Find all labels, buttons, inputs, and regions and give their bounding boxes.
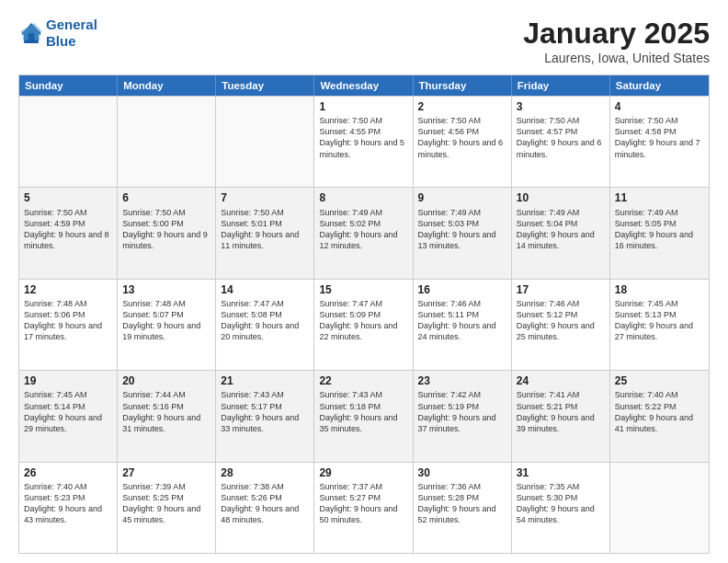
calendar-cell: 18Sunrise: 7:45 AM Sunset: 5:13 PM Dayli… — [610, 280, 709, 370]
calendar-cell: 6Sunrise: 7:50 AM Sunset: 5:00 PM Daylig… — [118, 188, 216, 278]
calendar-cell: 21Sunrise: 7:43 AM Sunset: 5:17 PM Dayli… — [216, 371, 314, 461]
calendar-header-cell: Friday — [512, 75, 610, 96]
day-info: Sunrise: 7:43 AM Sunset: 5:17 PM Dayligh… — [221, 389, 309, 434]
day-info: Sunrise: 7:46 AM Sunset: 5:12 PM Dayligh… — [517, 298, 605, 343]
calendar-cell: 5Sunrise: 7:50 AM Sunset: 4:59 PM Daylig… — [19, 188, 118, 278]
day-info: Sunrise: 7:49 AM Sunset: 5:04 PM Dayligh… — [517, 207, 605, 252]
calendar-cell: 4Sunrise: 7:50 AM Sunset: 4:58 PM Daylig… — [610, 97, 709, 187]
calendar-cell: 22Sunrise: 7:43 AM Sunset: 5:18 PM Dayli… — [314, 371, 413, 461]
calendar-cell: 23Sunrise: 7:42 AM Sunset: 5:19 PM Dayli… — [414, 371, 512, 461]
day-number: 27 — [122, 465, 210, 480]
calendar-cell: 24Sunrise: 7:41 AM Sunset: 5:21 PM Dayli… — [512, 371, 610, 461]
calendar-cell — [610, 463, 709, 553]
day-number: 23 — [418, 373, 506, 388]
day-info: Sunrise: 7:43 AM Sunset: 5:18 PM Dayligh… — [319, 389, 407, 434]
calendar-week: 12Sunrise: 7:48 AM Sunset: 5:06 PM Dayli… — [19, 279, 709, 370]
day-info: Sunrise: 7:48 AM Sunset: 5:07 PM Dayligh… — [122, 298, 210, 343]
day-info: Sunrise: 7:40 AM Sunset: 5:23 PM Dayligh… — [24, 481, 112, 526]
day-info: Sunrise: 7:47 AM Sunset: 5:08 PM Dayligh… — [221, 298, 309, 343]
calendar-cell — [216, 97, 314, 187]
calendar: SundayMondayTuesdayWednesdayThursdayFrid… — [18, 75, 710, 554]
day-number: 31 — [517, 465, 605, 480]
calendar-title: January 2025 — [523, 17, 710, 51]
day-number: 25 — [615, 373, 704, 388]
day-number: 3 — [517, 99, 605, 114]
day-info: Sunrise: 7:37 AM Sunset: 5:27 PM Dayligh… — [319, 481, 407, 526]
calendar-header-cell: Tuesday — [216, 75, 314, 96]
day-number: 29 — [319, 465, 407, 480]
day-info: Sunrise: 7:40 AM Sunset: 5:22 PM Dayligh… — [615, 389, 704, 434]
calendar-week: 5Sunrise: 7:50 AM Sunset: 4:59 PM Daylig… — [19, 187, 709, 278]
day-number: 13 — [122, 282, 210, 297]
calendar-cell: 12Sunrise: 7:48 AM Sunset: 5:06 PM Dayli… — [19, 280, 118, 370]
day-number: 19 — [24, 373, 112, 388]
calendar-cell: 30Sunrise: 7:36 AM Sunset: 5:28 PM Dayli… — [414, 463, 512, 553]
calendar-header: SundayMondayTuesdayWednesdayThursdayFrid… — [19, 75, 709, 96]
calendar-body: 1Sunrise: 7:50 AM Sunset: 4:55 PM Daylig… — [19, 96, 709, 553]
day-number: 4 — [615, 99, 704, 114]
calendar-cell: 15Sunrise: 7:47 AM Sunset: 5:09 PM Dayli… — [314, 280, 413, 370]
logo-line1: General — [46, 17, 97, 32]
day-number: 2 — [418, 99, 506, 114]
day-info: Sunrise: 7:49 AM Sunset: 5:02 PM Dayligh… — [319, 207, 407, 252]
day-info: Sunrise: 7:39 AM Sunset: 5:25 PM Dayligh… — [122, 481, 210, 526]
calendar-week: 1Sunrise: 7:50 AM Sunset: 4:55 PM Daylig… — [19, 96, 709, 187]
calendar-cell: 26Sunrise: 7:40 AM Sunset: 5:23 PM Dayli… — [19, 463, 118, 553]
calendar-header-cell: Sunday — [19, 75, 118, 96]
day-number: 18 — [615, 282, 704, 297]
day-info: Sunrise: 7:42 AM Sunset: 5:19 PM Dayligh… — [418, 389, 506, 434]
day-number: 22 — [319, 373, 407, 388]
calendar-cell: 16Sunrise: 7:46 AM Sunset: 5:11 PM Dayli… — [414, 280, 512, 370]
logo-line2: Blue — [46, 33, 76, 49]
calendar-cell: 31Sunrise: 7:35 AM Sunset: 5:30 PM Dayli… — [512, 463, 610, 553]
calendar-header-cell: Wednesday — [314, 75, 413, 96]
calendar-cell: 11Sunrise: 7:49 AM Sunset: 5:05 PM Dayli… — [610, 188, 709, 278]
day-number: 16 — [418, 282, 506, 297]
day-number: 10 — [517, 190, 605, 205]
calendar-week: 26Sunrise: 7:40 AM Sunset: 5:23 PM Dayli… — [19, 462, 709, 553]
day-info: Sunrise: 7:35 AM Sunset: 5:30 PM Dayligh… — [517, 481, 605, 526]
calendar-cell: 1Sunrise: 7:50 AM Sunset: 4:55 PM Daylig… — [314, 97, 413, 187]
day-info: Sunrise: 7:50 AM Sunset: 5:01 PM Dayligh… — [221, 207, 309, 252]
day-info: Sunrise: 7:50 AM Sunset: 4:58 PM Dayligh… — [615, 115, 704, 160]
day-number: 30 — [418, 465, 506, 480]
day-info: Sunrise: 7:49 AM Sunset: 5:03 PM Dayligh… — [418, 207, 506, 252]
day-info: Sunrise: 7:50 AM Sunset: 5:00 PM Dayligh… — [122, 207, 210, 252]
day-number: 15 — [319, 282, 407, 297]
page: General Blue January 2025 Laurens, Iowa,… — [0, 0, 728, 563]
calendar-cell — [19, 97, 118, 187]
logo-text: General Blue — [46, 17, 97, 50]
calendar-cell: 28Sunrise: 7:38 AM Sunset: 5:26 PM Dayli… — [216, 463, 314, 553]
day-info: Sunrise: 7:45 AM Sunset: 5:14 PM Dayligh… — [24, 389, 112, 434]
day-info: Sunrise: 7:41 AM Sunset: 5:21 PM Dayligh… — [517, 389, 605, 434]
calendar-cell: 17Sunrise: 7:46 AM Sunset: 5:12 PM Dayli… — [512, 280, 610, 370]
calendar-cell: 20Sunrise: 7:44 AM Sunset: 5:16 PM Dayli… — [118, 371, 216, 461]
calendar-week: 19Sunrise: 7:45 AM Sunset: 5:14 PM Dayli… — [19, 370, 709, 461]
day-number: 11 — [615, 190, 704, 205]
day-number: 17 — [517, 282, 605, 297]
calendar-cell: 9Sunrise: 7:49 AM Sunset: 5:03 PM Daylig… — [414, 188, 512, 278]
day-number: 8 — [319, 190, 407, 205]
calendar-cell: 25Sunrise: 7:40 AM Sunset: 5:22 PM Dayli… — [610, 371, 709, 461]
day-number: 20 — [122, 373, 210, 388]
logo-icon — [18, 20, 44, 46]
calendar-cell: 27Sunrise: 7:39 AM Sunset: 5:25 PM Dayli… — [118, 463, 216, 553]
calendar-header-cell: Monday — [118, 75, 216, 96]
calendar-header-cell: Thursday — [414, 75, 512, 96]
day-info: Sunrise: 7:50 AM Sunset: 4:56 PM Dayligh… — [418, 115, 506, 160]
calendar-cell: 10Sunrise: 7:49 AM Sunset: 5:04 PM Dayli… — [512, 188, 610, 278]
calendar-cell: 14Sunrise: 7:47 AM Sunset: 5:08 PM Dayli… — [216, 280, 314, 370]
day-number: 9 — [418, 190, 506, 205]
day-info: Sunrise: 7:47 AM Sunset: 5:09 PM Dayligh… — [319, 298, 407, 343]
day-info: Sunrise: 7:45 AM Sunset: 5:13 PM Dayligh… — [615, 298, 704, 343]
day-info: Sunrise: 7:44 AM Sunset: 5:16 PM Dayligh… — [122, 389, 210, 434]
day-info: Sunrise: 7:38 AM Sunset: 5:26 PM Dayligh… — [221, 481, 309, 526]
header: General Blue January 2025 Laurens, Iowa,… — [18, 17, 710, 65]
title-block: January 2025 Laurens, Iowa, United State… — [523, 17, 710, 65]
day-number: 26 — [24, 465, 112, 480]
day-info: Sunrise: 7:48 AM Sunset: 5:06 PM Dayligh… — [24, 298, 112, 343]
calendar-cell: 13Sunrise: 7:48 AM Sunset: 5:07 PM Dayli… — [118, 280, 216, 370]
day-number: 1 — [319, 99, 407, 114]
calendar-cell: 3Sunrise: 7:50 AM Sunset: 4:57 PM Daylig… — [512, 97, 610, 187]
calendar-header-cell: Saturday — [610, 75, 709, 96]
